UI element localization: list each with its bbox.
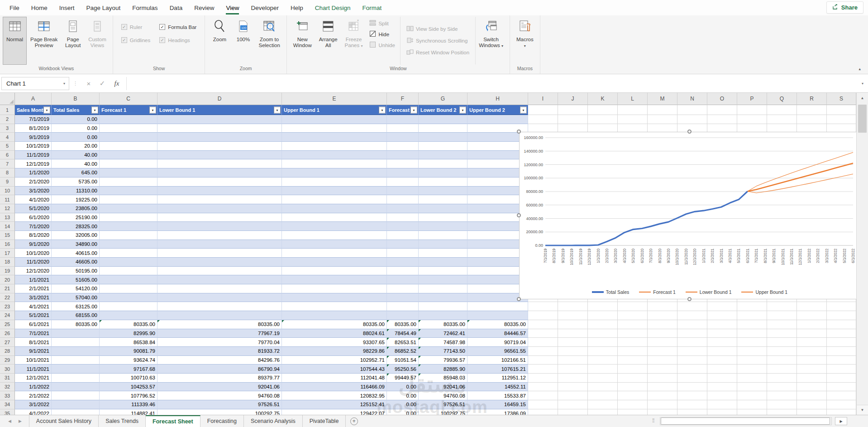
column-header-S[interactable]: S <box>827 93 856 105</box>
cell-C20[interactable] <box>100 275 157 284</box>
cell-G8[interactable] <box>419 168 467 178</box>
cell-B26[interactable] <box>52 329 100 338</box>
cell-G18[interactable] <box>419 258 467 267</box>
cell-D8[interactable] <box>157 168 282 178</box>
cell-R27[interactable] <box>797 338 827 347</box>
cell-S32[interactable] <box>827 383 856 392</box>
cell-O26[interactable] <box>707 329 737 338</box>
cell-Q32[interactable] <box>767 383 797 392</box>
vertical-scrollbar-thumb[interactable] <box>858 105 867 133</box>
column-header-M[interactable]: M <box>648 93 677 105</box>
cell-A18[interactable]: 11/1/2020 <box>15 258 52 267</box>
formula-bar-checkbox[interactable]: ✓Formula Bar <box>159 24 196 30</box>
cell-D3[interactable] <box>157 124 282 133</box>
cell-F4[interactable] <box>387 133 419 142</box>
cell-L27[interactable] <box>618 338 648 347</box>
cell-F30[interactable]: 95250.56 <box>387 365 419 374</box>
cell-O25[interactable] <box>707 320 737 329</box>
cell-S31[interactable] <box>827 374 856 383</box>
row-header-8[interactable]: 8 <box>0 168 15 178</box>
cell-B11[interactable]: 19225.00 <box>52 195 100 204</box>
cell-F12[interactable] <box>387 204 419 213</box>
cell-O23[interactable] <box>707 302 737 311</box>
cell-A35[interactable]: 4/1/2022 <box>15 409 52 415</box>
cell-Q25[interactable] <box>767 320 797 329</box>
cell-C16[interactable] <box>100 240 157 249</box>
cell-I27[interactable] <box>528 338 558 347</box>
cell-Q27[interactable] <box>767 338 797 347</box>
sheet-tab-pivatetable[interactable]: PivateTable <box>303 415 346 427</box>
cell-E13[interactable] <box>282 213 387 222</box>
cell-S34[interactable] <box>827 400 856 409</box>
cell-J1[interactable] <box>558 105 588 115</box>
cell-C27[interactable]: 86538.84 <box>100 338 157 347</box>
cell-E2[interactable] <box>282 115 387 124</box>
cell-G27[interactable]: 74587.98 <box>419 338 467 347</box>
filter-dropdown-icon[interactable]: ▼ <box>91 106 98 113</box>
cell-O24[interactable] <box>707 311 737 320</box>
cell-M33[interactable] <box>648 391 677 400</box>
row-header-3[interactable]: 3 <box>0 124 15 133</box>
cell-F10[interactable] <box>387 187 419 196</box>
cell-K27[interactable] <box>588 338 618 347</box>
page-break-preview-button[interactable]: Page Break Preview <box>27 17 61 65</box>
cell-L35[interactable] <box>618 409 648 415</box>
cell-P30[interactable] <box>737 365 767 374</box>
scroll-right-icon[interactable]: ▶ <box>835 417 847 425</box>
cell-G32[interactable]: 92041.06 <box>419 383 467 392</box>
column-header-H[interactable]: H <box>467 93 528 105</box>
cell-R24[interactable] <box>797 311 827 320</box>
cell-D12[interactable] <box>157 204 282 213</box>
cell-G31[interactable]: 85948.03 <box>419 374 467 383</box>
cell-P24[interactable] <box>737 311 767 320</box>
table-header-E1[interactable]: Upper Bound 1▼ <box>282 105 387 115</box>
column-header-K[interactable]: K <box>588 93 618 105</box>
cell-C28[interactable]: 90081.79 <box>100 347 157 356</box>
cell-F11[interactable] <box>387 195 419 204</box>
cell-S1[interactable] <box>827 105 856 115</box>
cell-N24[interactable] <box>677 311 707 320</box>
cell-F34[interactable]: 0.00 <box>387 400 419 409</box>
cell-L23[interactable] <box>618 302 648 311</box>
cell-C14[interactable] <box>100 222 157 231</box>
cell-F26[interactable]: 78454.49 <box>387 329 419 338</box>
cell-C18[interactable] <box>100 258 157 267</box>
cell-N29[interactable] <box>677 356 707 365</box>
cell-E35[interactable]: 129422.07 <box>282 409 387 415</box>
cell-D2[interactable] <box>157 115 282 124</box>
horizontal-scrollbar-thumb[interactable] <box>661 417 830 425</box>
cell-C25[interactable]: 80335.00 <box>100 320 157 329</box>
cell-J34[interactable] <box>558 400 588 409</box>
cell-F25[interactable]: 80335.00 <box>387 320 419 329</box>
cell-M34[interactable] <box>648 400 677 409</box>
cell-J27[interactable] <box>558 338 588 347</box>
cell-E21[interactable] <box>282 284 387 293</box>
cell-B14[interactable]: 28325.00 <box>52 222 100 231</box>
table-header-H1[interactable]: Upper Bound 2▼ <box>467 105 528 115</box>
column-header-E[interactable]: E <box>282 93 387 105</box>
cell-B33[interactable] <box>52 391 100 400</box>
cell-A15[interactable]: 8/1/2020 <box>15 231 52 240</box>
cell-B19[interactable]: 50195.00 <box>52 267 100 276</box>
cell-D15[interactable] <box>157 231 282 240</box>
cell-F16[interactable] <box>387 240 419 249</box>
cell-P25[interactable] <box>737 320 767 329</box>
cell-E12[interactable] <box>282 204 387 213</box>
cell-G16[interactable] <box>419 240 467 249</box>
cell-B34[interactable] <box>52 400 100 409</box>
cell-K31[interactable] <box>588 374 618 383</box>
cell-A5[interactable]: 10/1/2019 <box>15 142 52 151</box>
cell-E16[interactable] <box>282 240 387 249</box>
row-header-5[interactable]: 5 <box>0 142 15 151</box>
forecast-chart[interactable]: 0.0020000.0040000.0060000.0080000.001000… <box>519 132 856 299</box>
cell-B5[interactable]: 20.00 <box>52 142 100 151</box>
cell-S29[interactable] <box>827 356 856 365</box>
cell-M35[interactable] <box>648 409 677 415</box>
zoom-button[interactable]: Zoom <box>208 17 231 65</box>
cell-Q24[interactable] <box>767 311 797 320</box>
cell-A14[interactable]: 7/1/2020 <box>15 222 52 231</box>
cell-H27[interactable]: 90719.04 <box>467 338 528 347</box>
formula-bar-checkbox-box[interactable]: ✓ <box>159 24 165 30</box>
cell-N32[interactable] <box>677 383 707 392</box>
cell-E25[interactable]: 80335.00 <box>282 320 387 329</box>
